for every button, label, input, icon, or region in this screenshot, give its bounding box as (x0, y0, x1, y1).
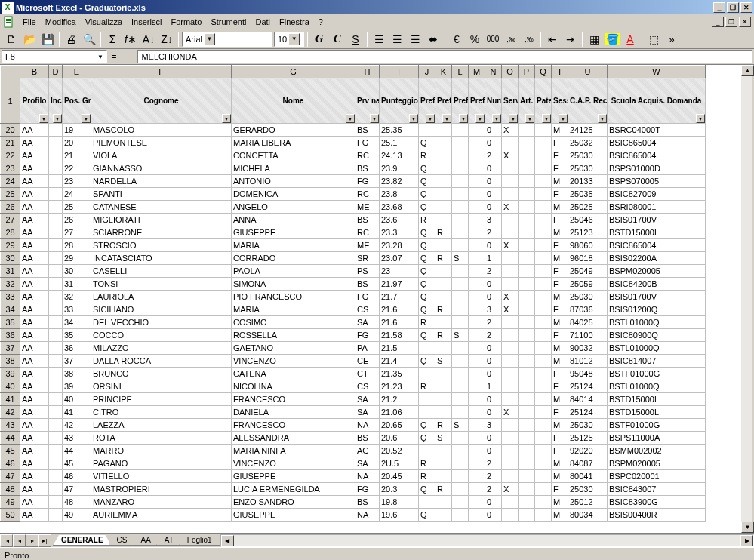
cell[interactable]: COCCO (91, 329, 232, 342)
cell[interactable] (535, 316, 552, 329)
cell[interactable]: PRINCIPE (91, 393, 232, 406)
cell[interactable] (435, 496, 452, 509)
cell[interactable]: CS (355, 380, 380, 393)
cell[interactable]: M (552, 457, 568, 470)
cell[interactable]: 0 (485, 124, 502, 137)
cell[interactable]: Q (419, 355, 435, 368)
row-header[interactable]: 43 (1, 419, 20, 432)
cell[interactable] (519, 303, 535, 316)
cell[interactable]: FRANCESCO (232, 419, 355, 432)
cell[interactable]: M (552, 342, 568, 355)
cell[interactable] (452, 226, 469, 239)
cell[interactable] (502, 457, 519, 470)
cell[interactable]: BSTF01000G (608, 368, 706, 380)
cell[interactable] (435, 316, 452, 329)
row-header[interactable]: 46 (1, 457, 20, 470)
cell[interactable] (535, 149, 552, 162)
cell[interactable] (469, 470, 485, 483)
cell[interactable]: 2 (485, 265, 502, 278)
cell[interactable]: DALLA ROCCA (91, 355, 232, 368)
cell[interactable] (535, 201, 552, 214)
cell[interactable]: AA (20, 355, 49, 368)
cell[interactable] (469, 342, 485, 355)
cell[interactable]: F (552, 380, 568, 393)
cell[interactable]: 0 (485, 137, 502, 149)
cell[interactable] (469, 445, 485, 457)
cell[interactable] (435, 149, 452, 162)
cell[interactable]: MANZARO (91, 496, 232, 509)
cell[interactable]: 19 (63, 124, 91, 137)
cell[interactable] (49, 226, 63, 239)
cell[interactable]: X (502, 303, 519, 316)
cell[interactable]: GIUSEPPE (232, 226, 355, 239)
cell[interactable] (502, 432, 519, 445)
filter-dropdown-icon[interactable]: ▼ (492, 114, 501, 123)
cell[interactable]: PS (355, 265, 380, 278)
cell[interactable] (469, 329, 485, 342)
cell[interactable] (469, 432, 485, 445)
cell[interactable] (519, 239, 535, 252)
cell[interactable]: X (502, 149, 519, 162)
cell[interactable] (49, 265, 63, 278)
cell[interactable]: M (552, 226, 568, 239)
cell[interactable] (452, 509, 469, 522)
inc-indent-icon[interactable]: ⇥ (562, 31, 579, 48)
cell[interactable]: 20.6 (380, 432, 419, 445)
cell[interactable]: 25.35 (380, 124, 419, 137)
cell[interactable] (469, 393, 485, 406)
cell[interactable] (535, 470, 552, 483)
cell[interactable]: 21.23 (380, 380, 419, 393)
cell[interactable] (519, 316, 535, 329)
cell[interactable]: 0 (485, 509, 502, 522)
row-header[interactable]: 26 (1, 201, 20, 214)
cell[interactable] (49, 278, 63, 291)
col-header-E[interactable]: E (63, 66, 91, 78)
cell[interactable]: R (435, 483, 452, 496)
cell[interactable] (502, 188, 519, 201)
cell[interactable]: 25035 (568, 188, 608, 201)
cell[interactable] (519, 329, 535, 342)
cell[interactable] (452, 483, 469, 496)
cell[interactable] (435, 137, 452, 149)
cell[interactable] (535, 509, 552, 522)
cell[interactable]: F (552, 265, 568, 278)
cell[interactable]: Q (419, 252, 435, 265)
cell[interactable]: CORRADO (232, 252, 355, 265)
cell[interactable]: BSTL01000Q (608, 380, 706, 393)
cell[interactable] (519, 445, 535, 457)
cell[interactable]: 0 (485, 496, 502, 509)
cell[interactable]: 30 (63, 265, 91, 278)
cell[interactable]: 2 (485, 149, 502, 162)
cell[interactable]: VIOLA (91, 149, 232, 162)
filter-dropdown-icon[interactable]: ▼ (82, 114, 91, 123)
cell[interactable]: NA (355, 419, 380, 432)
cell[interactable]: AA (20, 470, 49, 483)
cell[interactable]: AA (20, 342, 49, 355)
fill-color-icon[interactable]: 🪣 (604, 31, 620, 48)
cell[interactable] (502, 355, 519, 368)
cell[interactable] (49, 239, 63, 252)
spreadsheet-grid[interactable]: BDEFGHIJKLMNOPQTUW1Profilo▼Incarico▼Pos.… (0, 65, 706, 522)
row-header[interactable]: 35 (1, 316, 20, 329)
cell[interactable]: BSIC814007 (608, 355, 706, 368)
cell[interactable] (469, 291, 485, 303)
field-header[interactable]: Pos. Graduatoria▼ (63, 78, 91, 124)
cell[interactable] (452, 432, 469, 445)
cell[interactable] (469, 188, 485, 201)
col-header-L[interactable]: L (452, 66, 469, 78)
cell[interactable] (435, 175, 452, 188)
menu-?[interactable]: ? (314, 16, 328, 28)
cell[interactable] (469, 496, 485, 509)
col-header-H[interactable]: H (355, 66, 380, 78)
cell[interactable] (49, 162, 63, 175)
cell[interactable]: 2 (485, 457, 502, 470)
cell[interactable]: F (552, 483, 568, 496)
cell[interactable]: BSTF01000G (608, 419, 706, 432)
cell[interactable]: 81012 (568, 355, 608, 368)
cell[interactable]: FG (355, 175, 380, 188)
cell[interactable]: CASELLI (91, 265, 232, 278)
cell[interactable]: BSIC84200B (608, 278, 706, 291)
cell[interactable]: 2 (485, 470, 502, 483)
cell[interactable]: BSIC865004 (608, 239, 706, 252)
cell[interactable]: AA (20, 291, 49, 303)
